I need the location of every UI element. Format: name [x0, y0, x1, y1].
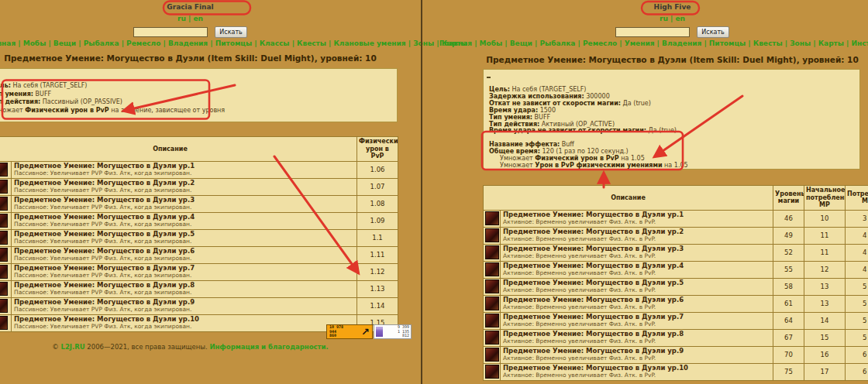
skill-info-box: Цель: На себя (TARGET_SELF)Задержка испо… [483, 69, 860, 170]
info-text: Физический урон в PvP [25, 107, 108, 114]
info-line: Умножает Физический урон в PvP на значен… [0, 107, 397, 115]
nav-item-8[interactable]: Квесты [297, 39, 326, 47]
skill-name: Предметное Умение: Могущество в Дуэли ур… [503, 279, 770, 287]
nav-item-11[interactable]: Инструменты [852, 39, 868, 47]
skill-icon [0, 299, 8, 313]
info-text: 300000 [584, 93, 610, 100]
column-header-pvp-damage: Физический урон в PvP [357, 137, 398, 162]
page-separator [421, 0, 422, 384]
skill-icon-cell [484, 261, 501, 278]
skill-effect-text: Пассивное: Увеличивает PVP Физ. Атк, ког… [14, 306, 354, 313]
nav-item-9[interactable]: Клановые умения [334, 39, 406, 47]
skill-icon [0, 197, 8, 211]
l2jru-link[interactable]: L2J.RU [60, 343, 84, 351]
counter-badge-stats[interactable]: 9 3991 135812 [374, 324, 412, 339]
skill-icon [485, 228, 499, 242]
skill-effect-text: Активное: Временно увеличивает Физ. Атк.… [503, 321, 770, 327]
info-line: Умножает Урон в PvP физическими умениями… [489, 163, 859, 170]
skill-icon [0, 163, 8, 177]
skill-name: Предметное Умение: Могущество в Дуэли ур… [14, 248, 354, 255]
nav-item-7[interactable]: Классы [260, 39, 290, 47]
counter-line: 860 [329, 334, 343, 338]
info-text: Тип умения: [489, 114, 532, 121]
nav-item-2[interactable]: Вещи [510, 39, 532, 47]
column-header-description: Описание [484, 186, 773, 211]
info-text: Да (true) [646, 127, 677, 134]
search-input[interactable] [615, 27, 690, 37]
skill-levels-table: Описание Физический урон в PvP Предметно… [0, 136, 398, 332]
nav-item-3[interactable]: Рыбалка [540, 39, 576, 47]
pvp-damage-value: 1.14 [357, 297, 398, 314]
nav-item-5[interactable]: Умения [625, 39, 655, 47]
skill-icon-cell [0, 246, 12, 263]
nav-item-8[interactable]: Квесты [753, 39, 783, 47]
nav-separator: | [472, 39, 480, 47]
counter-badge-liveinternet[interactable]: 10 978944860 ↗ [326, 324, 373, 339]
nav-item-10[interactable]: Карты [818, 39, 844, 47]
skill-description-cell: Предметное Умение: Могущество в Дуэли ур… [501, 210, 773, 227]
column-header-mp-initial: Начальное потребление MP [804, 186, 846, 211]
info-text: Время удара: [489, 107, 538, 114]
search-button[interactable]: Искать [697, 26, 729, 38]
mp-cost-value: 3 [846, 210, 868, 227]
skill-effect-text: Пассивное: Увеличивает PVP Физ. Атк, ког… [14, 221, 354, 228]
nav-item-2[interactable]: Вещи [53, 39, 76, 47]
info-line: Время удара не зависит от скорости магии… [489, 128, 859, 135]
table-row: Предметное Умение: Могущество в Дуэли ур… [484, 346, 868, 363]
mp-cost-value: 5 [846, 278, 868, 295]
skill-icon [0, 180, 8, 194]
skill-info-box: Цель: На себя (TARGET_SELF)Тип умения: B… [0, 68, 398, 122]
column-header-description: Описание [0, 137, 357, 162]
table-row: Предметное Умение: Могущество в Дуэли ур… [0, 280, 398, 297]
nav-item-0[interactable]: Главная [439, 39, 472, 47]
skill-description-cell: Предметное Умение: Могущество в Дуэли ур… [501, 346, 773, 363]
table-row: Предметное Умение: Могущество в Дуэли ур… [0, 161, 398, 178]
lang-en-link[interactable]: en [193, 15, 203, 22]
search-input[interactable] [133, 27, 208, 37]
skill-effect-text: Пассивное: Увеличивает PVP Физ. Атк, ког… [14, 323, 354, 330]
skill-effect-text: Активное: Временно увеличивает Физ. Атк.… [503, 338, 770, 345]
nav-item-6[interactable]: Питомцы [215, 39, 252, 47]
skill-effect-text: Активное: Временно увеличивает Физ. Атк.… [503, 303, 770, 310]
mp-cost-value: 5 [846, 295, 868, 312]
nav-item-5[interactable]: Владения [168, 39, 208, 47]
arrow-up-right-icon: ↗ [361, 327, 370, 337]
nav-item-9[interactable]: Зоны [790, 39, 811, 47]
lang-ru-link[interactable]: ru [177, 15, 186, 22]
nav-item-1[interactable]: Мобы [480, 39, 503, 47]
skill-description-cell: Предметное Умение: Могущество в Дуэли ур… [501, 244, 773, 261]
chronicle-label-highfive: High Five [422, 3, 868, 11]
nav-item-0[interactable]: Главная [0, 39, 16, 47]
skill-icon [485, 245, 499, 259]
mp-cost-value: 5 [846, 329, 868, 346]
nav-item-3[interactable]: Рыбалка [84, 39, 119, 47]
table-row: Предметное Умение: Могущество в Дуэли ур… [0, 195, 398, 212]
skill-name: Предметное Умение: Могущество в Дуэли ур… [503, 228, 770, 236]
nav-item-4[interactable]: Ремесло [126, 39, 160, 47]
magic-level-value: 61 [773, 295, 804, 312]
nav-separator: | [252, 39, 260, 47]
lang-ru-link[interactable]: ru [660, 15, 668, 22]
info-text: Умножает [500, 155, 535, 162]
info-text: Цель: [489, 86, 510, 93]
pvp-damage-value: 1.06 [357, 161, 398, 178]
skill-icon-cell [0, 195, 12, 212]
info-thanks-link[interactable]: Информация и благодарности. [209, 343, 328, 351]
info-text: Да (true) [621, 100, 651, 107]
nav-item-1[interactable]: Мобы [23, 39, 46, 47]
info-text: Тип действия: [489, 121, 539, 128]
nav-item-4[interactable]: Ремесло [583, 39, 617, 47]
lang-en-link[interactable]: en [675, 15, 685, 22]
skill-icon [0, 248, 8, 262]
skill-icon-cell [0, 297, 12, 314]
page-title: Предметное Умение: Могущество в Дуэли (I… [0, 53, 398, 63]
pvp-damage-value: 1.08 [357, 195, 398, 212]
table-row: Предметное Умение: Могущество в Дуэли ур… [484, 261, 868, 278]
table-row: Предметное Умение: Могущество в Дуэли ур… [0, 212, 398, 229]
nav-item-6[interactable]: Владения [662, 39, 701, 47]
skill-icon [485, 297, 499, 310]
skill-name: Предметное Умение: Могущество в Дуэли ур… [14, 163, 354, 170]
info-text: BUFF [532, 114, 550, 121]
nav-item-7[interactable]: Питомцы [709, 39, 746, 47]
search-button[interactable]: Искать [215, 26, 247, 38]
